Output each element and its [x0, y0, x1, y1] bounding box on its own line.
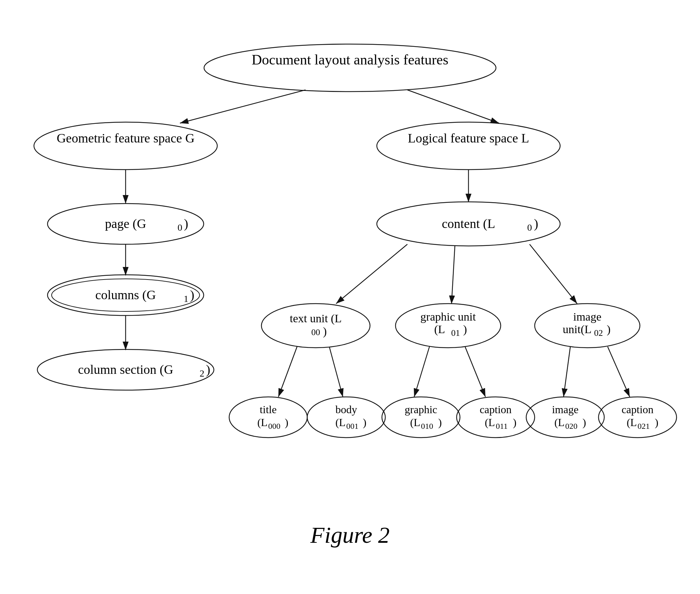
textunit-paren: ): [323, 325, 327, 338]
textunit-label1: text unit (L: [290, 312, 342, 325]
arrow-imageunit-image: [564, 347, 570, 397]
arrow-content-textunit: [336, 244, 407, 304]
graphic-label2: (L: [410, 416, 420, 428]
arrow-textunit-title: [278, 347, 297, 397]
body-ellipse: [307, 397, 385, 438]
diagram-svg: Document layout analysis features Geomet…: [0, 0, 700, 594]
arrow-graphicunit-graphic: [414, 347, 429, 397]
content-label: content (L: [442, 216, 495, 231]
graphicunit-paren: ): [463, 323, 467, 336]
geo-ellipse: [34, 122, 217, 170]
graphic-ellipse: [382, 397, 460, 438]
graphicunit-sub: 01: [451, 328, 460, 338]
arrow-textunit-body: [329, 347, 343, 397]
content-sub: 0: [527, 222, 532, 233]
graphic-label1: graphic: [405, 403, 437, 416]
caption1-label2: (L: [485, 416, 495, 428]
caption1-paren: ): [513, 416, 517, 428]
arrow-content-graphicunit: [452, 246, 455, 304]
textunit-label2: 00: [311, 327, 320, 337]
imageunit-sub: 02: [594, 328, 603, 338]
image-sub: 020: [565, 422, 577, 430]
title-sub: 000: [268, 422, 280, 430]
imageunit-paren: ): [607, 323, 610, 336]
title-ellipse: [229, 397, 307, 438]
log-label: Logical feature space L: [408, 131, 529, 145]
arrow-content-imageunit: [530, 244, 577, 304]
caption2-sub: 021: [638, 422, 650, 430]
body-label1: body: [335, 403, 357, 416]
arrow-root-geo: [180, 90, 306, 123]
body-paren: ): [363, 416, 367, 428]
columns-label: columns (G: [95, 288, 156, 302]
arrow-imageunit-caption: [608, 347, 630, 397]
colsection-paren: ): [206, 362, 210, 377]
geo-label: Geometric feature space G: [57, 131, 195, 145]
imageunit-label2: unit(L: [563, 323, 592, 336]
graphic-paren: ): [438, 416, 442, 428]
arrow-root-log: [407, 90, 499, 123]
caption1-ellipse: [457, 397, 535, 438]
colsection-label: column section (G: [78, 362, 173, 377]
caption2-paren: ): [655, 416, 659, 428]
body-label2: (L: [335, 416, 346, 428]
textunit-ellipse: [261, 304, 370, 348]
log-ellipse: [377, 122, 560, 170]
diagram-container: Document layout analysis features Geomet…: [0, 0, 700, 594]
image-label1: image: [552, 403, 578, 416]
image-ellipse: [526, 397, 604, 438]
root-label: Document layout analysis features: [252, 52, 448, 68]
columns-paren: ): [190, 288, 195, 302]
root-ellipse: [204, 44, 496, 92]
image-label2: (L: [554, 416, 565, 428]
graphicunit-label2: (L: [434, 323, 445, 336]
arrow-graphicunit-caption: [465, 347, 485, 397]
title-paren: ): [285, 416, 289, 428]
page-sub: 0: [178, 222, 182, 233]
figure-caption: Figure 2: [310, 522, 390, 548]
page-label: page (G: [105, 216, 146, 231]
graphicunit-label1: graphic unit: [420, 310, 476, 323]
caption1-sub: 011: [496, 422, 508, 430]
page-paren: ): [184, 216, 188, 231]
caption1-label1: caption: [480, 403, 512, 416]
graphic-sub: 010: [421, 422, 433, 430]
columns-sub: 1: [184, 293, 188, 304]
imageunit-label1: image: [573, 310, 601, 323]
image-paren: ): [583, 416, 586, 428]
body-sub: 001: [346, 422, 358, 430]
title-label1: title: [260, 403, 277, 416]
content-paren: ): [534, 216, 538, 231]
caption2-ellipse: [598, 397, 677, 438]
title-label2: (L: [257, 416, 268, 428]
caption2-label1: caption: [622, 403, 653, 416]
colsection-sub: 2: [200, 368, 204, 379]
caption2-label2: (L: [627, 416, 637, 428]
